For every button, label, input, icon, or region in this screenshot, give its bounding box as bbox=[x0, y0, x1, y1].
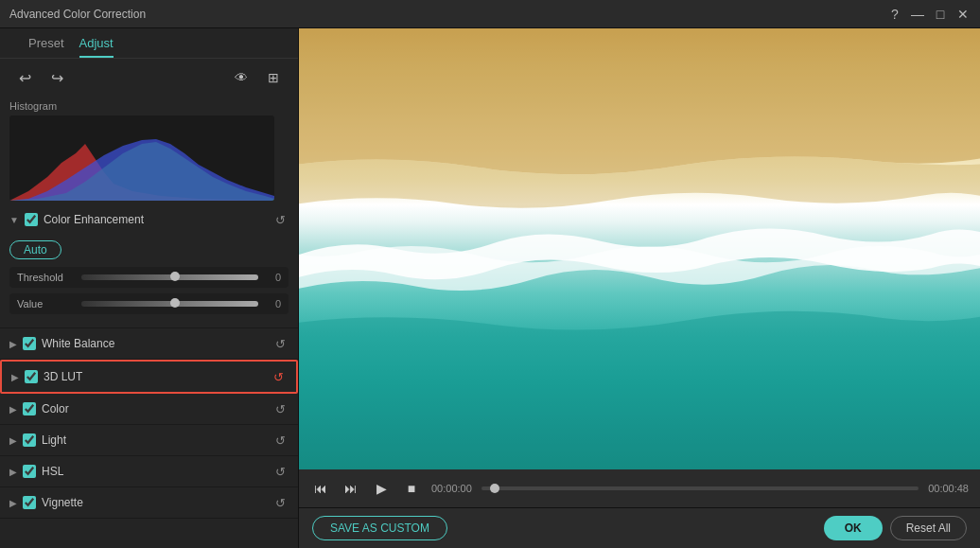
title-bar-controls: ? — □ ✕ bbox=[887, 7, 971, 22]
left-panel: Preset Adjust ↩ ↪ 👁 ⊞ Histogram bbox=[0, 28, 299, 548]
color-enhancement-checkbox[interactable] bbox=[25, 213, 38, 226]
light-reset-btn[interactable]: ↺ bbox=[271, 432, 289, 449]
histogram-section: Histogram bbox=[0, 97, 298, 204]
value-slider[interactable] bbox=[81, 301, 258, 307]
right-panel: ⏮ ⏭ ▶ ■ 00:00:00 00:00:48 SAVE AS CUSTOM… bbox=[299, 28, 980, 548]
progress-track[interactable] bbox=[481, 486, 919, 490]
section-color-enhancement: ▼ Color Enhancement ↺ Auto Threshold 0 V… bbox=[0, 204, 298, 328]
light-chevron-icon: ▶ bbox=[9, 435, 17, 446]
histogram-label: Histogram bbox=[9, 100, 289, 112]
time-end: 00:00:48 bbox=[928, 483, 969, 494]
split-view-button[interactable]: ⊞ bbox=[262, 66, 285, 89]
tabs-row: Preset Adjust bbox=[0, 28, 298, 59]
undo-button[interactable]: ↩ bbox=[13, 66, 36, 89]
section-vignette: ▶ Vignette ↺ bbox=[0, 487, 298, 519]
title-bar: Advanced Color Correction ? — □ ✕ bbox=[0, 0, 980, 28]
light-title: Light bbox=[42, 433, 66, 447]
tab-adjust[interactable]: Adjust bbox=[79, 36, 114, 58]
section-light: ▶ Light ↺ bbox=[0, 425, 298, 456]
section-color-header-left: ▶ Color bbox=[9, 402, 69, 415]
section-3d-lut-header[interactable]: ▶ 3D LUT ↺ bbox=[2, 362, 296, 392]
section-hsl-header[interactable]: ▶ HSL ↺ bbox=[0, 456, 298, 486]
main-layout: Preset Adjust ↩ ↪ 👁 ⊞ Histogram bbox=[0, 28, 980, 548]
hsl-reset-btn[interactable]: ↺ bbox=[271, 463, 289, 480]
progress-thumb bbox=[490, 484, 499, 493]
section-wb-header-left: ▶ White Balance bbox=[9, 337, 114, 350]
value-slider-row: Value 0 bbox=[9, 293, 289, 314]
section-color-header[interactable]: ▶ Color ↺ bbox=[0, 394, 298, 424]
section-white-balance-header[interactable]: ▶ White Balance ↺ bbox=[0, 328, 298, 359]
hsl-checkbox[interactable] bbox=[23, 465, 36, 478]
3d-lut-reset-btn[interactable]: ↺ bbox=[270, 368, 287, 385]
time-current: 00:00:00 bbox=[431, 483, 472, 494]
section-vignette-header[interactable]: ▶ Vignette ↺ bbox=[0, 487, 298, 518]
light-checkbox[interactable] bbox=[23, 433, 36, 447]
ok-button[interactable]: OK bbox=[824, 516, 883, 540]
help-button[interactable]: ? bbox=[887, 7, 902, 22]
eye-icon-button[interactable]: 👁 bbox=[230, 66, 253, 89]
hsl-title: HSL bbox=[42, 465, 63, 478]
vignette-checkbox[interactable] bbox=[23, 496, 36, 509]
vignette-title: Vignette bbox=[42, 496, 83, 509]
section-color-enhancement-header[interactable]: ▼ Color Enhancement ↺ bbox=[0, 204, 298, 235]
value-value: 0 bbox=[266, 298, 281, 309]
section-header-left: ▼ Color Enhancement bbox=[9, 213, 144, 226]
white-balance-checkbox[interactable] bbox=[23, 337, 36, 350]
stop-button[interactable]: ■ bbox=[401, 478, 422, 499]
histogram-canvas bbox=[9, 115, 274, 201]
section-light-header-left: ▶ Light bbox=[9, 433, 66, 447]
title-bar-left: Advanced Color Correction bbox=[9, 8, 146, 21]
save-custom-button[interactable]: SAVE AS CUSTOM bbox=[312, 516, 447, 540]
color-enhancement-reset-btn[interactable]: ↺ bbox=[271, 211, 289, 228]
redo-button[interactable]: ↪ bbox=[45, 66, 68, 89]
threshold-slider-row: Threshold 0 bbox=[9, 267, 289, 288]
white-balance-reset-btn[interactable]: ↺ bbox=[271, 335, 289, 352]
toolbar-row: ↩ ↪ 👁 ⊞ bbox=[0, 59, 298, 97]
video-frame bbox=[299, 28, 980, 469]
chevron-icon: ▼ bbox=[9, 215, 19, 225]
threshold-value: 0 bbox=[266, 272, 281, 283]
vignette-chevron-icon: ▶ bbox=[9, 498, 17, 508]
auto-button[interactable]: Auto bbox=[9, 240, 61, 259]
hsl-chevron-icon: ▶ bbox=[9, 467, 17, 477]
section-3d-lut: ▶ 3D LUT ↺ bbox=[0, 360, 298, 394]
rewind-button[interactable]: ⏮ bbox=[310, 478, 331, 499]
color-section-title: Color bbox=[42, 402, 69, 415]
value-label: Value bbox=[17, 298, 74, 309]
3d-lut-title: 3D LUT bbox=[44, 370, 82, 383]
vignette-reset-btn[interactable]: ↺ bbox=[271, 494, 289, 511]
lut-chevron-icon: ▶ bbox=[11, 372, 19, 382]
color-chevron-icon: ▶ bbox=[9, 404, 17, 415]
section-vignette-header-left: ▶ Vignette bbox=[9, 496, 83, 509]
prev-frame-button[interactable]: ⏭ bbox=[341, 478, 361, 499]
maximize-button[interactable]: □ bbox=[933, 7, 948, 22]
app-title: Advanced Color Correction bbox=[9, 8, 146, 21]
action-buttons: OK Reset All bbox=[824, 516, 967, 540]
section-color: ▶ Color ↺ bbox=[0, 394, 298, 425]
threshold-label: Threshold bbox=[17, 272, 74, 283]
section-hsl: ▶ HSL ↺ bbox=[0, 456, 298, 487]
video-area bbox=[299, 28, 980, 469]
wb-chevron-icon: ▶ bbox=[9, 339, 17, 349]
section-lut-header-left: ▶ 3D LUT bbox=[11, 370, 82, 383]
play-button[interactable]: ▶ bbox=[371, 478, 392, 499]
tab-preset[interactable]: Preset bbox=[28, 36, 64, 58]
minimize-button[interactable]: — bbox=[910, 7, 925, 22]
color-enhancement-title: Color Enhancement bbox=[44, 213, 144, 226]
section-white-balance: ▶ White Balance ↺ bbox=[0, 328, 298, 360]
color-enhancement-body: Auto Threshold 0 Value 0 bbox=[0, 235, 298, 327]
reset-all-button[interactable]: Reset All bbox=[890, 516, 967, 540]
bottom-bar: SAVE AS CUSTOM OK Reset All bbox=[299, 507, 980, 548]
3d-lut-checkbox[interactable] bbox=[25, 370, 38, 383]
color-checkbox[interactable] bbox=[23, 402, 36, 415]
section-light-header[interactable]: ▶ Light ↺ bbox=[0, 425, 298, 455]
threshold-slider[interactable] bbox=[81, 274, 258, 280]
section-hsl-header-left: ▶ HSL bbox=[9, 465, 63, 478]
player-bar: ⏮ ⏭ ▶ ■ 00:00:00 00:00:48 bbox=[299, 469, 980, 507]
close-button[interactable]: ✕ bbox=[955, 7, 971, 22]
white-balance-title: White Balance bbox=[42, 337, 114, 350]
color-reset-btn[interactable]: ↺ bbox=[271, 400, 289, 417]
